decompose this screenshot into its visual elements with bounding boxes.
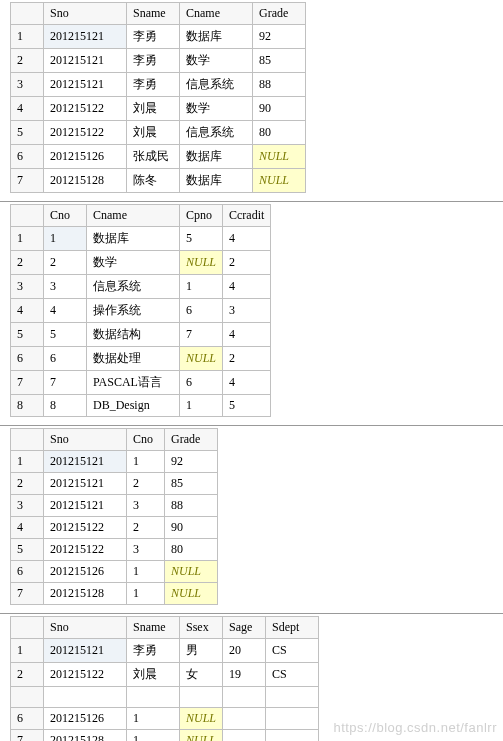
cell[interactable]: 80 [165,539,218,561]
row-number[interactable]: 4 [11,97,44,121]
col-header[interactable]: Sname [127,617,180,639]
cell[interactable]: 4 [223,227,271,251]
cell[interactable]: 信息系统 [87,275,180,299]
cell[interactable]: 85 [165,473,218,495]
row-number[interactable]: 5 [11,121,44,145]
cell[interactable]: 数据库 [180,145,253,169]
row-number[interactable]: 7 [11,583,44,605]
col-header[interactable]: Sno [44,429,127,451]
cell[interactable]: 201215126 [44,708,127,730]
row-number[interactable]: 4 [11,517,44,539]
cell[interactable]: PASCAL语言 [87,371,180,395]
cell[interactable]: 201215128 [44,730,127,742]
cell[interactable]: 201215121 [44,451,127,473]
col-header[interactable]: Cno [127,429,165,451]
cell[interactable]: 92 [253,25,306,49]
cell[interactable]: 2 [44,251,87,275]
cell[interactable]: 201215121 [44,25,127,49]
col-header[interactable]: Sno [44,617,127,639]
cell[interactable]: 201215121 [44,49,127,73]
cell[interactable]: CS [266,663,319,687]
cell[interactable]: NULL [165,561,218,583]
cell[interactable]: 201215126 [44,145,127,169]
cell[interactable]: 5 [223,395,271,417]
cell[interactable]: 201215121 [44,639,127,663]
cell[interactable]: 女 [180,663,223,687]
cell[interactable] [266,708,319,730]
cell[interactable] [44,687,127,708]
cell[interactable]: 数据处理 [87,347,180,371]
cell[interactable]: 3 [127,495,165,517]
cell[interactable]: 1 [127,730,180,742]
cell[interactable]: 李勇 [127,25,180,49]
row-number[interactable]: 3 [11,73,44,97]
cell[interactable]: 201215126 [44,561,127,583]
cell[interactable]: 85 [253,49,306,73]
row-number[interactable]: 4 [11,299,44,323]
row-number[interactable]: 5 [11,323,44,347]
cell[interactable]: 88 [253,73,306,97]
row-number[interactable] [11,687,44,708]
cell[interactable]: 4 [223,275,271,299]
cell[interactable]: 2 [223,347,271,371]
cell[interactable]: 刘晨 [127,663,180,687]
cell[interactable]: 5 [180,227,223,251]
cell[interactable]: 201215121 [44,495,127,517]
col-header[interactable]: Cpno [180,205,223,227]
cell[interactable]: 201215122 [44,539,127,561]
row-number[interactable]: 7 [11,371,44,395]
cell[interactable]: 1 [127,708,180,730]
row-number[interactable]: 7 [11,730,44,742]
cell[interactable]: 7 [180,323,223,347]
col-header[interactable]: Sdept [266,617,319,639]
cell[interactable]: NULL [180,708,223,730]
cell[interactable]: 4 [44,299,87,323]
row-number[interactable]: 3 [11,495,44,517]
row-number[interactable]: 5 [11,539,44,561]
cell[interactable]: 数据库 [180,169,253,193]
cell[interactable]: 信息系统 [180,73,253,97]
cell[interactable]: 1 [44,227,87,251]
row-number[interactable]: 1 [11,639,44,663]
cell[interactable]: 201215128 [44,583,127,605]
cell[interactable]: NULL [180,730,223,742]
cell[interactable] [127,687,180,708]
cell[interactable]: 90 [253,97,306,121]
col-header[interactable]: Cname [87,205,180,227]
cell[interactable]: 201215122 [44,121,127,145]
cell[interactable]: NULL [253,145,306,169]
row-number[interactable]: 1 [11,451,44,473]
cell[interactable]: 201215122 [44,663,127,687]
cell[interactable]: 刘晨 [127,121,180,145]
cell[interactable]: 4 [223,371,271,395]
row-number[interactable]: 2 [11,251,44,275]
cell[interactable] [266,730,319,742]
cell[interactable]: 陈冬 [127,169,180,193]
cell[interactable]: 201215121 [44,73,127,97]
cell[interactable]: 李勇 [127,49,180,73]
col-header[interactable]: Sage [223,617,266,639]
cell[interactable]: 1 [127,583,165,605]
cell[interactable]: 90 [165,517,218,539]
row-number[interactable]: 2 [11,663,44,687]
cell[interactable]: 3 [44,275,87,299]
cell[interactable]: 8 [44,395,87,417]
col-header[interactable]: Cno [44,205,87,227]
cell[interactable]: DB_Design [87,395,180,417]
cell[interactable]: 信息系统 [180,121,253,145]
cell[interactable]: 数学 [87,251,180,275]
cell[interactable]: 5 [44,323,87,347]
cell[interactable]: NULL [180,251,223,275]
row-number[interactable]: 8 [11,395,44,417]
cell[interactable]: 201215121 [44,473,127,495]
cell[interactable]: 20 [223,639,266,663]
row-number[interactable]: 2 [11,49,44,73]
cell[interactable]: NULL [180,347,223,371]
row-number[interactable]: 6 [11,708,44,730]
col-header[interactable]: Sno [44,3,127,25]
cell[interactable]: 7 [44,371,87,395]
cell[interactable]: 数据库 [87,227,180,251]
cell[interactable]: 88 [165,495,218,517]
cell[interactable]: 李勇 [127,639,180,663]
cell[interactable]: 6 [180,299,223,323]
